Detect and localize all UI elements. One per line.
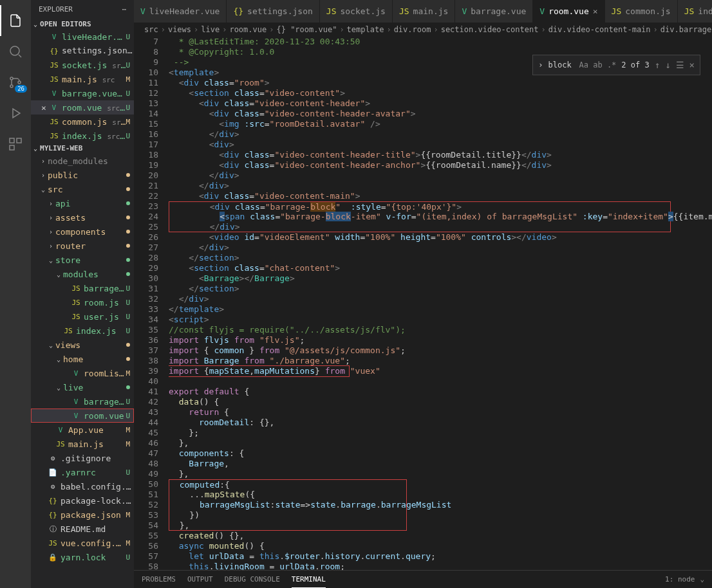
- workspace-header[interactable]: ⌄ MYLIVE-WEB: [31, 143, 134, 154]
- find-prev-icon[interactable]: ↑: [655, 60, 660, 70]
- code-line[interactable]: <div class="barrage-block" :style="{top:…: [169, 201, 671, 212]
- breadcrumb-item[interactable]: views: [168, 25, 191, 34]
- breadcrumb-item[interactable]: src: [144, 25, 158, 34]
- tree-item[interactable]: ⌄store: [31, 253, 134, 267]
- code-line[interactable]: Barrage,: [169, 459, 712, 469]
- open-editor-item[interactable]: JSindex.js src\storeU: [31, 129, 134, 143]
- breadcrumb-item[interactable]: div.barrage-block: [660, 25, 712, 34]
- editor-tab[interactable]: Vbarrage.vue: [455, 0, 533, 23]
- scm-icon[interactable]: 26: [0, 67, 31, 98]
- open-editor-item[interactable]: VliveHeader.vue src\co...U: [31, 30, 134, 44]
- find-chevron-icon[interactable]: ›: [538, 60, 543, 69]
- code-line[interactable]: },: [169, 469, 712, 479]
- code-line[interactable]: </div>: [169, 181, 712, 191]
- tree-item[interactable]: JSbarrage.jsU: [31, 281, 134, 295]
- tree-item[interactable]: ›api: [31, 196, 134, 210]
- code-line[interactable]: let urlData = this.$router.history.curre…: [169, 551, 712, 562]
- code-line[interactable]: <video id="videoElement" width="100%" he…: [169, 232, 712, 243]
- search-icon[interactable]: [0, 36, 31, 67]
- open-editor-item[interactable]: JSmain.js srcM: [31, 72, 134, 86]
- code-line[interactable]: <div class="video-content-header-avatar"…: [169, 109, 712, 119]
- tree-item[interactable]: JSuser.jsU: [31, 309, 134, 324]
- code-line[interactable]: components: {: [169, 448, 712, 459]
- open-editor-item[interactable]: JScommon.js src\assets\jsM: [31, 115, 134, 129]
- code-line[interactable]: <div class="room">: [169, 78, 712, 88]
- find-options[interactable]: Aa ab .*: [579, 60, 617, 69]
- code-line[interactable]: import { common } from "@/assets/js/comm…: [169, 345, 712, 356]
- code-line[interactable]: </div>: [169, 129, 712, 140]
- tree-item[interactable]: ⚙babel.config.js: [31, 479, 134, 493]
- code-line[interactable]: </section>: [169, 253, 712, 263]
- find-next-icon[interactable]: ↓: [665, 60, 670, 70]
- open-editor-item[interactable]: {}settings.json C:\Users\小弟...: [31, 44, 134, 58]
- editor-tab[interactable]: JScommon.js: [605, 0, 678, 23]
- tree-item[interactable]: JSvue.config.jsM: [31, 536, 134, 550]
- code-line[interactable]: * @LastEditTime: 2020-11-23 00:43:50: [169, 37, 712, 47]
- code-line[interactable]: },: [169, 520, 407, 531]
- editor-tab[interactable]: JSindex.js: [678, 0, 712, 23]
- code-line[interactable]: <script>: [169, 315, 712, 325]
- breadcrumb-item[interactable]: section.video-content: [441, 25, 539, 34]
- code-line[interactable]: //const flyjs = require("../../assets/js…: [169, 325, 712, 335]
- tree-item[interactable]: ⌄src: [31, 182, 134, 196]
- code-line[interactable]: </div>: [169, 243, 712, 253]
- code-line[interactable]: computed:{: [169, 479, 407, 490]
- code-line[interactable]: [169, 376, 712, 387]
- code-line[interactable]: ...mapState({: [169, 490, 407, 500]
- code-line[interactable]: async mounted() {: [169, 541, 712, 551]
- tree-item[interactable]: ⚙.gitignore: [31, 451, 134, 465]
- tree-item[interactable]: JSmain.jsM: [31, 437, 134, 451]
- tree-item[interactable]: ›node_modules: [31, 154, 134, 168]
- editor-tab[interactable]: JSmain.js: [393, 0, 455, 23]
- code-line[interactable]: <span class="barrage-block-item" v-for="…: [169, 212, 671, 222]
- more-icon[interactable]: ⋯: [122, 5, 126, 14]
- tree-item[interactable]: ⌄live: [31, 380, 134, 394]
- tree-item[interactable]: VApp.vueM: [31, 423, 134, 437]
- tree-item[interactable]: ⌄home: [31, 352, 134, 366]
- tree-item[interactable]: 📄.yarnrcU: [31, 465, 134, 479]
- open-editor-item[interactable]: ×Vroom.vue src\views\liveU: [31, 100, 134, 115]
- terminal-selector[interactable]: 1: node: [665, 575, 695, 583]
- breadcrumb-item[interactable]: {} "room.vue": [276, 25, 337, 34]
- tree-item[interactable]: VroomList.vueM: [31, 366, 134, 380]
- code-line[interactable]: </template>: [169, 304, 712, 315]
- open-editors-header[interactable]: ⌄ OPEN EDITORS: [31, 19, 134, 30]
- code-line[interactable]: <div>: [169, 140, 712, 150]
- code-line[interactable]: <Barrage></Barrage>: [169, 273, 712, 284]
- find-close-icon[interactable]: ×: [689, 60, 695, 70]
- debug-icon[interactable]: [0, 98, 31, 129]
- code-line[interactable]: </div>: [169, 294, 712, 304]
- panel-tab[interactable]: PROBLEMS: [142, 571, 176, 588]
- find-widget[interactable]: › block Aa ab .* 2 of 3 ↑ ↓ ☰ ×: [532, 55, 700, 75]
- breadcrumb-item[interactable]: room.vue: [229, 25, 267, 34]
- editor-tab[interactable]: {}settings.json: [227, 0, 319, 23]
- code-line[interactable]: data() {: [169, 397, 712, 407]
- tree-item[interactable]: JSindex.jsU: [31, 324, 134, 338]
- tree-item[interactable]: ›components: [31, 225, 134, 239]
- code-line[interactable]: import {mapState,mapMutations} from "vue…: [169, 366, 349, 376]
- close-icon[interactable]: ×: [41, 103, 46, 113]
- tree-item[interactable]: ›public: [31, 168, 134, 182]
- open-editor-item[interactable]: Vbarrage.vue src\views\...U: [31, 86, 134, 100]
- breadcrumb-item[interactable]: template: [347, 25, 384, 34]
- close-icon[interactable]: ×: [593, 6, 598, 16]
- code-content[interactable]: * @LastEditTime: 2020-11-23 00:43:50 * @…: [169, 37, 712, 570]
- panel-tab[interactable]: DEBUG CONSOLE: [225, 571, 280, 588]
- editor-tab[interactable]: VliveHeader.vue: [134, 0, 227, 23]
- breadcrumbs[interactable]: src›views›live›room.vue›{} "room.vue"›te…: [134, 23, 712, 37]
- code-line[interactable]: barrageMsgList:state=>state.barrage.barr…: [169, 500, 407, 510]
- code-line[interactable]: }): [169, 510, 407, 520]
- code-line[interactable]: export default {: [169, 387, 712, 397]
- tree-item[interactable]: {}package-lock.json: [31, 493, 134, 508]
- tree-item[interactable]: ›router: [31, 239, 134, 253]
- editor-area[interactable]: 7891011121314151617181920212223242526272…: [134, 37, 712, 570]
- extensions-icon[interactable]: [0, 129, 31, 160]
- code-line[interactable]: <div class="video-content-header">: [169, 98, 712, 109]
- code-line[interactable]: </div>: [169, 170, 712, 181]
- tree-item[interactable]: JSroom.jsU: [31, 295, 134, 309]
- dropdown-icon[interactable]: ⌄: [700, 575, 704, 583]
- code-line[interactable]: return {: [169, 407, 712, 418]
- code-line[interactable]: created() {},: [169, 531, 712, 541]
- breadcrumb-item[interactable]: div.video-content-main: [548, 25, 651, 34]
- editor-tab[interactable]: JSsocket.js: [320, 0, 393, 23]
